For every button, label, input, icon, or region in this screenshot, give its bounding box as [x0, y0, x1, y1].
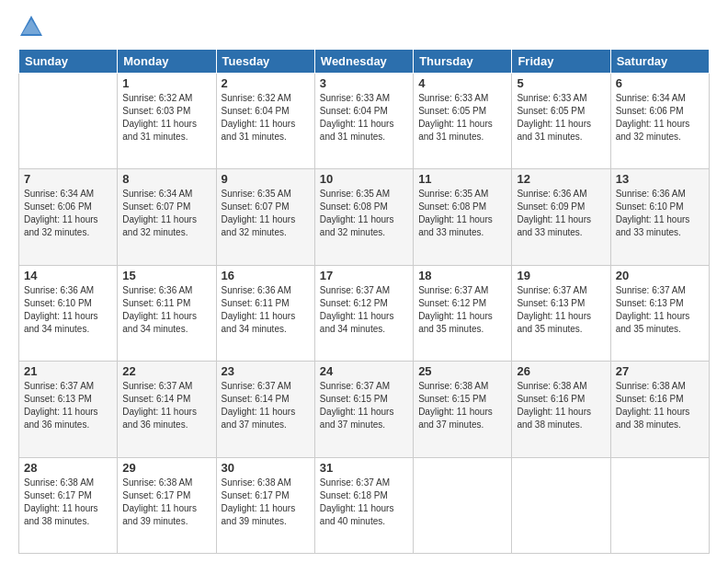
calendar-cell: 4Sunrise: 6:33 AMSunset: 6:05 PMDaylight…: [414, 74, 512, 169]
day-number: 11: [418, 172, 506, 186]
calendar-cell: 14Sunrise: 6:36 AMSunset: 6:10 PMDayligh…: [19, 265, 118, 361]
calendar-cell: 11Sunrise: 6:35 AMSunset: 6:08 PMDayligh…: [414, 169, 512, 265]
day-info: Sunrise: 6:36 AMSunset: 6:11 PMDaylight:…: [122, 284, 210, 336]
calendar-cell: 16Sunrise: 6:36 AMSunset: 6:11 PMDayligh…: [216, 265, 314, 361]
logo: [18, 14, 48, 40]
calendar-cell: 13Sunrise: 6:36 AMSunset: 6:10 PMDayligh…: [610, 169, 709, 265]
calendar-cell: 2Sunrise: 6:32 AMSunset: 6:04 PMDaylight…: [216, 74, 314, 169]
calendar-cell: 28Sunrise: 6:38 AMSunset: 6:17 PMDayligh…: [19, 457, 118, 553]
calendar-cell: 31Sunrise: 6:37 AMSunset: 6:18 PMDayligh…: [314, 457, 413, 553]
weekday-header-saturday: Saturday: [610, 50, 709, 74]
day-number: 16: [222, 269, 310, 282]
day-info: Sunrise: 6:36 AMSunset: 6:11 PMDaylight:…: [222, 284, 310, 336]
day-number: 28: [24, 461, 112, 475]
day-info: Sunrise: 6:36 AMSunset: 6:10 PMDaylight:…: [24, 284, 112, 336]
day-number: 7: [24, 172, 112, 186]
calendar-cell: 15Sunrise: 6:36 AMSunset: 6:11 PMDayligh…: [118, 265, 216, 361]
day-number: 5: [517, 76, 605, 90]
day-info: Sunrise: 6:37 AMSunset: 6:13 PMDaylight:…: [616, 284, 704, 336]
calendar-cell: 21Sunrise: 6:37 AMSunset: 6:13 PMDayligh…: [19, 362, 118, 457]
day-info: Sunrise: 6:38 AMSunset: 6:15 PMDaylight:…: [418, 380, 506, 431]
day-number: 22: [122, 364, 210, 378]
day-number: 21: [24, 364, 112, 378]
calendar-cell: 6Sunrise: 6:34 AMSunset: 6:06 PMDaylight…: [610, 74, 709, 169]
calendar-cell: 19Sunrise: 6:37 AMSunset: 6:13 PMDayligh…: [512, 265, 610, 361]
calendar-cell: 23Sunrise: 6:37 AMSunset: 6:14 PMDayligh…: [216, 362, 314, 457]
week-row-5: 28Sunrise: 6:38 AMSunset: 6:17 PMDayligh…: [19, 457, 710, 553]
day-info: Sunrise: 6:38 AMSunset: 6:17 PMDaylight:…: [122, 477, 210, 528]
day-info: Sunrise: 6:37 AMSunset: 6:12 PMDaylight:…: [418, 284, 506, 336]
day-info: Sunrise: 6:35 AMSunset: 6:08 PMDaylight:…: [418, 188, 506, 239]
day-info: Sunrise: 6:37 AMSunset: 6:13 PMDaylight:…: [517, 284, 605, 336]
calendar-cell: 20Sunrise: 6:37 AMSunset: 6:13 PMDayligh…: [610, 265, 709, 361]
weekday-header-friday: Friday: [512, 50, 610, 74]
day-info: Sunrise: 6:37 AMSunset: 6:14 PMDaylight:…: [122, 380, 210, 431]
day-info: Sunrise: 6:33 AMSunset: 6:05 PMDaylight:…: [418, 92, 506, 144]
day-info: Sunrise: 6:37 AMSunset: 6:14 PMDaylight:…: [222, 380, 310, 431]
day-number: 24: [320, 364, 408, 378]
day-number: 12: [517, 172, 605, 186]
weekday-header-wednesday: Wednesday: [314, 50, 413, 74]
calendar-cell: 17Sunrise: 6:37 AMSunset: 6:12 PMDayligh…: [314, 265, 413, 361]
calendar-cell: 10Sunrise: 6:35 AMSunset: 6:08 PMDayligh…: [314, 169, 413, 265]
day-info: Sunrise: 6:38 AMSunset: 6:17 PMDaylight:…: [24, 477, 112, 528]
calendar-cell: 30Sunrise: 6:38 AMSunset: 6:17 PMDayligh…: [216, 457, 314, 553]
day-info: Sunrise: 6:37 AMSunset: 6:13 PMDaylight:…: [24, 380, 112, 431]
day-info: Sunrise: 6:35 AMSunset: 6:07 PMDaylight:…: [222, 188, 310, 239]
day-number: 30: [222, 461, 310, 475]
day-info: Sunrise: 6:38 AMSunset: 6:16 PMDaylight:…: [517, 380, 605, 431]
calendar: SundayMondayTuesdayWednesdayThursdayFrid…: [18, 49, 710, 554]
week-row-1: 1Sunrise: 6:32 AMSunset: 6:03 PMDaylight…: [19, 74, 710, 169]
calendar-cell: 3Sunrise: 6:33 AMSunset: 6:04 PMDaylight…: [314, 74, 413, 169]
week-row-2: 7Sunrise: 6:34 AMSunset: 6:06 PMDaylight…: [19, 169, 710, 265]
weekday-header-tuesday: Tuesday: [216, 50, 314, 74]
calendar-cell: [610, 457, 709, 553]
day-number: 6: [616, 76, 704, 90]
day-number: 26: [517, 364, 605, 378]
day-number: 9: [222, 172, 310, 186]
day-info: Sunrise: 6:37 AMSunset: 6:12 PMDaylight:…: [320, 284, 408, 336]
day-number: 15: [122, 269, 210, 282]
svg-marker-1: [22, 19, 40, 34]
day-number: 13: [616, 172, 704, 186]
calendar-cell: 1Sunrise: 6:32 AMSunset: 6:03 PMDaylight…: [118, 74, 216, 169]
day-number: 18: [418, 269, 506, 282]
day-number: 29: [122, 461, 210, 475]
day-info: Sunrise: 6:33 AMSunset: 6:04 PMDaylight:…: [320, 92, 408, 144]
weekday-header-row: SundayMondayTuesdayWednesdayThursdayFrid…: [19, 50, 710, 74]
calendar-cell: 9Sunrise: 6:35 AMSunset: 6:07 PMDaylight…: [216, 169, 314, 265]
weekday-header-monday: Monday: [118, 50, 216, 74]
day-number: 3: [320, 76, 408, 90]
calendar-cell: 25Sunrise: 6:38 AMSunset: 6:15 PMDayligh…: [414, 362, 512, 457]
day-number: 10: [320, 172, 408, 186]
day-info: Sunrise: 6:34 AMSunset: 6:07 PMDaylight:…: [122, 188, 210, 239]
day-number: 19: [517, 269, 605, 282]
calendar-cell: 26Sunrise: 6:38 AMSunset: 6:16 PMDayligh…: [512, 362, 610, 457]
day-info: Sunrise: 6:35 AMSunset: 6:08 PMDaylight:…: [320, 188, 408, 239]
header: [18, 14, 710, 40]
calendar-cell: 7Sunrise: 6:34 AMSunset: 6:06 PMDaylight…: [19, 169, 118, 265]
day-number: 14: [24, 269, 112, 282]
calendar-cell: 27Sunrise: 6:38 AMSunset: 6:16 PMDayligh…: [610, 362, 709, 457]
day-number: 25: [418, 364, 506, 378]
weekday-header-sunday: Sunday: [19, 50, 118, 74]
calendar-cell: [512, 457, 610, 553]
day-info: Sunrise: 6:36 AMSunset: 6:10 PMDaylight:…: [616, 188, 704, 239]
weekday-header-thursday: Thursday: [414, 50, 512, 74]
calendar-cell: [19, 74, 118, 169]
day-info: Sunrise: 6:32 AMSunset: 6:04 PMDaylight:…: [222, 92, 310, 144]
day-number: 4: [418, 76, 506, 90]
calendar-cell: 5Sunrise: 6:33 AMSunset: 6:05 PMDaylight…: [512, 74, 610, 169]
day-number: 20: [616, 269, 704, 282]
calendar-cell: 18Sunrise: 6:37 AMSunset: 6:12 PMDayligh…: [414, 265, 512, 361]
day-info: Sunrise: 6:33 AMSunset: 6:05 PMDaylight:…: [517, 92, 605, 144]
calendar-cell: 24Sunrise: 6:37 AMSunset: 6:15 PMDayligh…: [314, 362, 413, 457]
day-info: Sunrise: 6:38 AMSunset: 6:16 PMDaylight:…: [616, 380, 704, 431]
day-info: Sunrise: 6:37 AMSunset: 6:15 PMDaylight:…: [320, 380, 408, 431]
day-info: Sunrise: 6:34 AMSunset: 6:06 PMDaylight:…: [616, 92, 704, 144]
day-number: 8: [122, 172, 210, 186]
calendar-cell: 22Sunrise: 6:37 AMSunset: 6:14 PMDayligh…: [118, 362, 216, 457]
day-number: 17: [320, 269, 408, 282]
week-row-3: 14Sunrise: 6:36 AMSunset: 6:10 PMDayligh…: [19, 265, 710, 361]
day-info: Sunrise: 6:32 AMSunset: 6:03 PMDaylight:…: [122, 92, 210, 144]
